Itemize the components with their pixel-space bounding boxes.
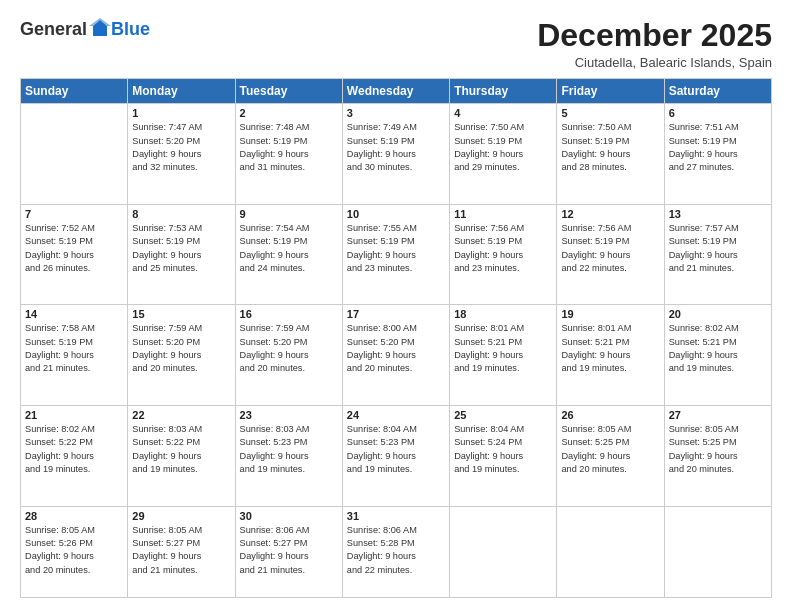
logo-text: General Blue — [20, 18, 150, 40]
calendar-week-row: 7Sunrise: 7:52 AM Sunset: 5:19 PM Daylig… — [21, 204, 772, 305]
calendar-week-row: 14Sunrise: 7:58 AM Sunset: 5:19 PM Dayli… — [21, 305, 772, 406]
day-number: 7 — [25, 208, 123, 220]
day-info: Sunrise: 7:56 AM Sunset: 5:19 PM Dayligh… — [454, 222, 552, 275]
location: Ciutadella, Balearic Islands, Spain — [537, 55, 772, 70]
day-info: Sunrise: 7:51 AM Sunset: 5:19 PM Dayligh… — [669, 121, 767, 174]
calendar-cell: 11Sunrise: 7:56 AM Sunset: 5:19 PM Dayli… — [450, 204, 557, 305]
day-number: 21 — [25, 409, 123, 421]
day-number: 25 — [454, 409, 552, 421]
day-info: Sunrise: 8:03 AM Sunset: 5:23 PM Dayligh… — [240, 423, 338, 476]
day-info: Sunrise: 7:53 AM Sunset: 5:19 PM Dayligh… — [132, 222, 230, 275]
day-number: 3 — [347, 107, 445, 119]
day-number: 6 — [669, 107, 767, 119]
day-info: Sunrise: 7:59 AM Sunset: 5:20 PM Dayligh… — [132, 322, 230, 375]
day-number: 31 — [347, 510, 445, 522]
calendar-table: SundayMondayTuesdayWednesdayThursdayFrid… — [20, 78, 772, 598]
day-number: 22 — [132, 409, 230, 421]
day-info: Sunrise: 8:06 AM Sunset: 5:28 PM Dayligh… — [347, 524, 445, 577]
day-number: 29 — [132, 510, 230, 522]
calendar-cell: 21Sunrise: 8:02 AM Sunset: 5:22 PM Dayli… — [21, 406, 128, 507]
day-number: 18 — [454, 308, 552, 320]
day-number: 14 — [25, 308, 123, 320]
calendar-cell: 9Sunrise: 7:54 AM Sunset: 5:19 PM Daylig… — [235, 204, 342, 305]
calendar-cell: 2Sunrise: 7:48 AM Sunset: 5:19 PM Daylig… — [235, 104, 342, 205]
calendar-cell: 4Sunrise: 7:50 AM Sunset: 5:19 PM Daylig… — [450, 104, 557, 205]
day-info: Sunrise: 7:59 AM Sunset: 5:20 PM Dayligh… — [240, 322, 338, 375]
calendar-cell: 8Sunrise: 7:53 AM Sunset: 5:19 PM Daylig… — [128, 204, 235, 305]
day-number: 8 — [132, 208, 230, 220]
calendar-cell: 17Sunrise: 8:00 AM Sunset: 5:20 PM Dayli… — [342, 305, 449, 406]
day-info: Sunrise: 8:06 AM Sunset: 5:27 PM Dayligh… — [240, 524, 338, 577]
day-number: 30 — [240, 510, 338, 522]
day-info: Sunrise: 8:01 AM Sunset: 5:21 PM Dayligh… — [561, 322, 659, 375]
calendar-cell — [664, 506, 771, 597]
day-info: Sunrise: 8:04 AM Sunset: 5:24 PM Dayligh… — [454, 423, 552, 476]
calendar-cell: 1Sunrise: 7:47 AM Sunset: 5:20 PM Daylig… — [128, 104, 235, 205]
day-number: 24 — [347, 409, 445, 421]
calendar-cell — [557, 506, 664, 597]
day-number: 28 — [25, 510, 123, 522]
logo-icon — [89, 18, 111, 40]
day-number: 15 — [132, 308, 230, 320]
day-info: Sunrise: 7:55 AM Sunset: 5:19 PM Dayligh… — [347, 222, 445, 275]
day-number: 13 — [669, 208, 767, 220]
calendar-cell: 16Sunrise: 7:59 AM Sunset: 5:20 PM Dayli… — [235, 305, 342, 406]
day-number: 27 — [669, 409, 767, 421]
calendar-cell — [21, 104, 128, 205]
calendar-cell: 20Sunrise: 8:02 AM Sunset: 5:21 PM Dayli… — [664, 305, 771, 406]
calendar-cell: 18Sunrise: 8:01 AM Sunset: 5:21 PM Dayli… — [450, 305, 557, 406]
calendar-cell — [450, 506, 557, 597]
day-info: Sunrise: 7:50 AM Sunset: 5:19 PM Dayligh… — [561, 121, 659, 174]
day-number: 10 — [347, 208, 445, 220]
calendar-cell: 24Sunrise: 8:04 AM Sunset: 5:23 PM Dayli… — [342, 406, 449, 507]
calendar-cell: 31Sunrise: 8:06 AM Sunset: 5:28 PM Dayli… — [342, 506, 449, 597]
day-info: Sunrise: 8:04 AM Sunset: 5:23 PM Dayligh… — [347, 423, 445, 476]
day-number: 17 — [347, 308, 445, 320]
calendar-cell: 29Sunrise: 8:05 AM Sunset: 5:27 PM Dayli… — [128, 506, 235, 597]
day-info: Sunrise: 8:05 AM Sunset: 5:26 PM Dayligh… — [25, 524, 123, 577]
weekday-header-cell: Monday — [128, 79, 235, 104]
weekday-header-row: SundayMondayTuesdayWednesdayThursdayFrid… — [21, 79, 772, 104]
day-info: Sunrise: 8:02 AM Sunset: 5:22 PM Dayligh… — [25, 423, 123, 476]
day-number: 26 — [561, 409, 659, 421]
calendar-cell: 3Sunrise: 7:49 AM Sunset: 5:19 PM Daylig… — [342, 104, 449, 205]
calendar-week-row: 28Sunrise: 8:05 AM Sunset: 5:26 PM Dayli… — [21, 506, 772, 597]
day-number: 23 — [240, 409, 338, 421]
calendar-cell: 14Sunrise: 7:58 AM Sunset: 5:19 PM Dayli… — [21, 305, 128, 406]
day-info: Sunrise: 7:52 AM Sunset: 5:19 PM Dayligh… — [25, 222, 123, 275]
calendar-cell: 15Sunrise: 7:59 AM Sunset: 5:20 PM Dayli… — [128, 305, 235, 406]
day-number: 20 — [669, 308, 767, 320]
weekday-header-cell: Saturday — [664, 79, 771, 104]
calendar-week-row: 21Sunrise: 8:02 AM Sunset: 5:22 PM Dayli… — [21, 406, 772, 507]
day-number: 4 — [454, 107, 552, 119]
calendar-cell: 27Sunrise: 8:05 AM Sunset: 5:25 PM Dayli… — [664, 406, 771, 507]
calendar-cell: 26Sunrise: 8:05 AM Sunset: 5:25 PM Dayli… — [557, 406, 664, 507]
weekday-header-cell: Friday — [557, 79, 664, 104]
calendar-cell: 19Sunrise: 8:01 AM Sunset: 5:21 PM Dayli… — [557, 305, 664, 406]
calendar-cell: 10Sunrise: 7:55 AM Sunset: 5:19 PM Dayli… — [342, 204, 449, 305]
calendar-cell: 7Sunrise: 7:52 AM Sunset: 5:19 PM Daylig… — [21, 204, 128, 305]
calendar-cell: 6Sunrise: 7:51 AM Sunset: 5:19 PM Daylig… — [664, 104, 771, 205]
calendar-cell: 25Sunrise: 8:04 AM Sunset: 5:24 PM Dayli… — [450, 406, 557, 507]
day-number: 5 — [561, 107, 659, 119]
day-info: Sunrise: 7:57 AM Sunset: 5:19 PM Dayligh… — [669, 222, 767, 275]
day-info: Sunrise: 8:00 AM Sunset: 5:20 PM Dayligh… — [347, 322, 445, 375]
logo: General Blue — [20, 18, 150, 40]
day-number: 2 — [240, 107, 338, 119]
weekday-header-cell: Tuesday — [235, 79, 342, 104]
day-number: 16 — [240, 308, 338, 320]
calendar-cell: 23Sunrise: 8:03 AM Sunset: 5:23 PM Dayli… — [235, 406, 342, 507]
weekday-header-cell: Sunday — [21, 79, 128, 104]
day-number: 19 — [561, 308, 659, 320]
day-info: Sunrise: 7:58 AM Sunset: 5:19 PM Dayligh… — [25, 322, 123, 375]
month-year: December 2025 — [537, 18, 772, 53]
calendar-body: 1Sunrise: 7:47 AM Sunset: 5:20 PM Daylig… — [21, 104, 772, 598]
header: General Blue December 2025 Ciutadella, B… — [20, 18, 772, 70]
calendar-cell: 13Sunrise: 7:57 AM Sunset: 5:19 PM Dayli… — [664, 204, 771, 305]
calendar-cell: 22Sunrise: 8:03 AM Sunset: 5:22 PM Dayli… — [128, 406, 235, 507]
day-info: Sunrise: 8:01 AM Sunset: 5:21 PM Dayligh… — [454, 322, 552, 375]
calendar-cell: 30Sunrise: 8:06 AM Sunset: 5:27 PM Dayli… — [235, 506, 342, 597]
day-info: Sunrise: 8:05 AM Sunset: 5:25 PM Dayligh… — [669, 423, 767, 476]
day-number: 12 — [561, 208, 659, 220]
day-info: Sunrise: 8:02 AM Sunset: 5:21 PM Dayligh… — [669, 322, 767, 375]
